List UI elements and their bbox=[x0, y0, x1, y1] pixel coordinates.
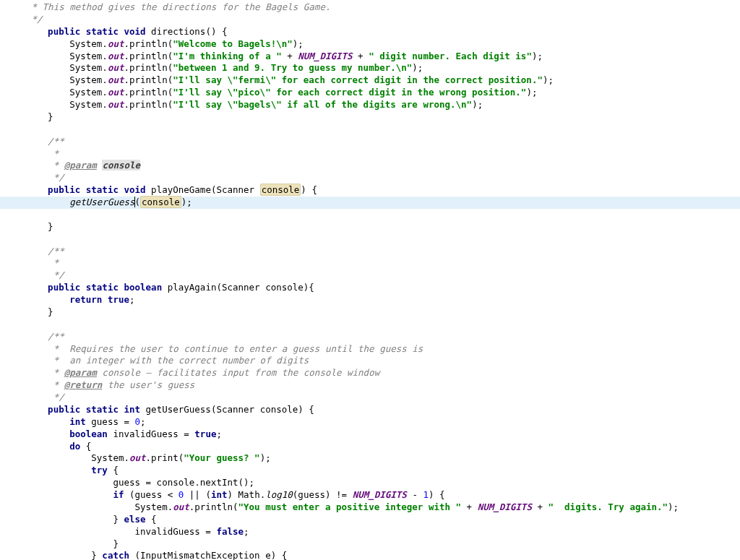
code-line[interactable]: boolean invalidGuess = true; bbox=[0, 428, 740, 441]
code-line[interactable]: * @param console bbox=[0, 160, 740, 172]
code-line[interactable]: do { bbox=[0, 441, 740, 453]
code-line[interactable]: System.out.println("between 1 and 9. Try… bbox=[0, 62, 740, 74]
code-line[interactable]: * Requires the user to continue to enter… bbox=[0, 343, 740, 356]
code-line[interactable]: } bbox=[0, 538, 740, 551]
code-line[interactable]: public static void playOneGame(Scanner c… bbox=[0, 184, 740, 197]
param-highlight: console bbox=[260, 184, 301, 196]
code-line[interactable]: /** bbox=[0, 136, 740, 148]
code-line[interactable]: */ bbox=[0, 172, 740, 184]
code-line[interactable] bbox=[0, 233, 740, 246]
arg-highlight: console bbox=[140, 196, 181, 208]
code-line[interactable]: System.out.print("Your guess? "); bbox=[0, 452, 740, 465]
code-line[interactable]: } bbox=[0, 221, 740, 233]
code-line[interactable]: * @return the user's guess bbox=[0, 379, 740, 392]
code-line[interactable]: getUserGuess(console); bbox=[0, 197, 740, 209]
code-line[interactable]: System.out.println("I'll say \"fermi\" f… bbox=[0, 74, 740, 87]
code-line[interactable]: return true; bbox=[0, 294, 740, 306]
code-line[interactable]: public static boolean playAgain(Scanner … bbox=[0, 282, 740, 294]
code-line[interactable]: } catch (InputMismatchException e) { bbox=[0, 550, 740, 560]
code-line[interactable]: */ bbox=[0, 270, 740, 282]
code-line[interactable]: System.out.println("Welcome to Bagels!\n… bbox=[0, 38, 740, 51]
doc-comment: * This method gives the directions for t… bbox=[26, 1, 330, 12]
method-call: getUserGuess bbox=[69, 197, 134, 207]
code-line[interactable] bbox=[0, 319, 740, 331]
code-line[interactable]: * bbox=[0, 257, 740, 270]
doc-comment: */ bbox=[26, 14, 43, 25]
code-line[interactable]: */ bbox=[0, 14, 740, 26]
code-line[interactable]: System.out.println("I'll say \"bagels\" … bbox=[0, 99, 740, 111]
code-line[interactable]: } else { bbox=[0, 514, 740, 526]
code-line[interactable]: } bbox=[0, 111, 740, 124]
code-line[interactable]: System.out.println("I'm thinking of a " … bbox=[0, 51, 740, 63]
code-line[interactable]: guess = console.nextInt(); bbox=[0, 477, 740, 489]
code-line[interactable]: } bbox=[0, 306, 740, 319]
code-line[interactable]: invalidGuess = false; bbox=[0, 526, 740, 538]
code-line[interactable]: if (guess < 0 || (int) Math.log10(guess)… bbox=[0, 489, 740, 501]
code-line[interactable]: int guess = 0; bbox=[0, 416, 740, 428]
code-line[interactable]: /** bbox=[0, 246, 740, 258]
code-line[interactable]: */ bbox=[0, 392, 740, 404]
javadoc-param: console bbox=[102, 160, 140, 171]
code-line[interactable]: /** bbox=[0, 331, 740, 343]
code-line[interactable]: System.out.println("I'll say \"pico\" fo… bbox=[0, 87, 740, 99]
code-line[interactable] bbox=[0, 124, 740, 136]
code-line[interactable]: public static int getUserGuess(Scanner c… bbox=[0, 404, 740, 416]
code-line[interactable]: * bbox=[0, 148, 740, 160]
code-line[interactable]: System.out.println("You must enter a pos… bbox=[0, 501, 740, 514]
code-line[interactable]: * @param console – facilitates input fro… bbox=[0, 367, 740, 379]
code-line[interactable] bbox=[0, 209, 740, 221]
code-line[interactable]: public static void directions() { bbox=[0, 26, 740, 38]
code-editor[interactable]: * This method gives the directions for t… bbox=[0, 0, 740, 560]
code-line[interactable]: try { bbox=[0, 465, 740, 477]
code-line[interactable]: * an integer with the correct number of … bbox=[0, 355, 740, 367]
code-line[interactable]: * This method gives the directions for t… bbox=[0, 1, 740, 14]
